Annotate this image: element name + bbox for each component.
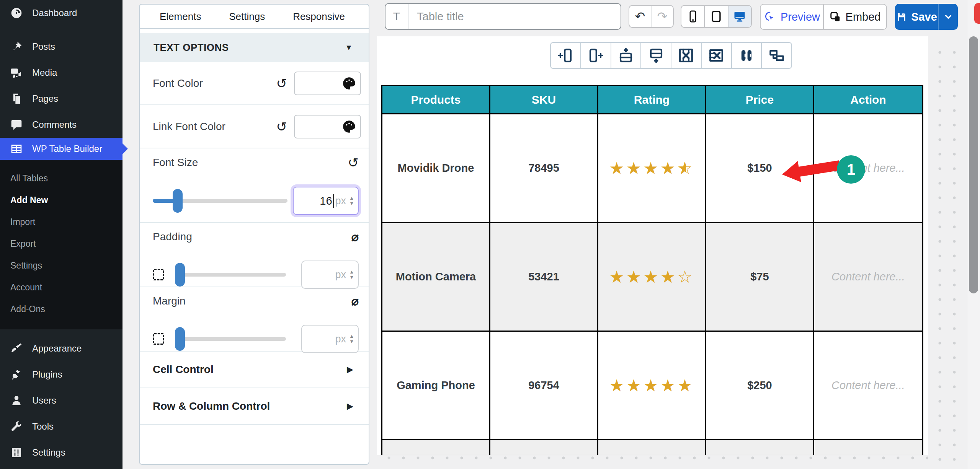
table-header-cell[interactable]: SKU (490, 86, 598, 114)
margin-input[interactable]: px ▲ ▼ (301, 325, 359, 353)
vertical-scrollbar[interactable] (967, 0, 980, 469)
submenu-item-import[interactable]: Import (0, 211, 122, 233)
table-cell-rating[interactable]: ★★★★☆★ (598, 114, 706, 223)
table-cell-product[interactable]: Motion Camera (382, 223, 490, 332)
sidebar-item-appearance[interactable]: Appearance (0, 335, 122, 362)
table-cell-product[interactable]: Gaming Phone (382, 332, 490, 440)
font-size-label: Font Size (153, 156, 198, 169)
sidebar-item-label: Comments (32, 119, 77, 130)
insert-row-below-button[interactable] (640, 43, 671, 68)
table-header-cell[interactable]: Action (814, 86, 922, 114)
scrollbar-thumb[interactable] (969, 36, 978, 293)
table-cell-action[interactable]: Content here... (814, 223, 922, 332)
cutoff-red-button[interactable] (974, 3, 980, 24)
delete-column-button[interactable] (671, 43, 701, 68)
dotted-background (928, 50, 966, 469)
unit-label: px (335, 333, 346, 345)
table-cell-rating[interactable]: ★★★★☆ (598, 223, 706, 332)
sidebar-item-plugins[interactable]: Plugins (0, 362, 122, 388)
submenu-item-settings[interactable]: Settings (0, 255, 122, 277)
font-color-swatch[interactable] (294, 72, 361, 95)
submenu-item-add-new[interactable]: Add New (0, 189, 122, 211)
sidebar-item-settings[interactable]: Settings (0, 440, 122, 466)
collapse-caret-icon[interactable]: ▼ (345, 43, 353, 52)
table-header-cell[interactable]: Rating (598, 86, 706, 114)
merge-cells-button[interactable] (731, 43, 761, 68)
table-title-input[interactable] (408, 4, 621, 29)
rating-stars: ★★★★☆★ (609, 160, 694, 177)
sidebar-item-posts[interactable]: Posts (0, 34, 122, 60)
reset-link-font-color-icon[interactable]: ↺ (276, 120, 287, 133)
table-cell-rating[interactable]: ★★★★★ (598, 332, 706, 440)
sidebar-item-comments[interactable]: Comments (0, 112, 122, 138)
sidebar-item-dashboard[interactable]: Dashboard (0, 2, 122, 24)
reset-font-color-icon[interactable]: ↺ (276, 77, 287, 90)
sidebar-item-media[interactable]: Media (0, 60, 122, 86)
table-cell-partial-row[interactable] (598, 440, 706, 455)
text-options-section-header[interactable]: TEXT OPTIONS ▼ (140, 33, 369, 62)
tablet-preview-button[interactable] (704, 6, 727, 27)
sidebar-item-tools[interactable]: Tools (0, 414, 122, 440)
table-cell-sku[interactable]: 53421 (490, 223, 598, 332)
sidebar-item-pages[interactable]: Pages (0, 86, 122, 112)
font-size-input[interactable]: 16 px ▲ ▼ (293, 187, 359, 215)
font-size-steppers[interactable]: ▲ ▼ (349, 196, 354, 206)
save-dropdown-button[interactable] (939, 12, 958, 22)
margin-sides-icon[interactable] (153, 333, 164, 345)
submenu-item-export[interactable]: Export (0, 233, 122, 255)
brush-icon (10, 342, 23, 355)
cell-control-accordion[interactable]: Cell Control ▶ (140, 352, 369, 388)
split-cells-button[interactable] (761, 43, 791, 68)
desktop-preview-button[interactable] (728, 6, 751, 27)
padding-sides-icon[interactable] (153, 269, 164, 280)
insert-column-left-button[interactable] (551, 43, 580, 68)
insert-row-above-button[interactable] (611, 43, 641, 68)
table-cell-partial-row[interactable] (814, 440, 922, 455)
submenu-item-add-ons[interactable]: Add-Ons (0, 298, 122, 320)
link-sides-icon[interactable]: ⌀ (351, 231, 359, 243)
tab-elements[interactable]: Elements (160, 11, 201, 23)
margin-slider[interactable] (175, 337, 286, 341)
sidebar-item-users[interactable]: Users (0, 388, 122, 414)
padding-steppers[interactable]: ▲ ▼ (349, 270, 354, 280)
embed-button[interactable]: Embed (824, 5, 886, 29)
table-cell-action[interactable]: Content here... (814, 332, 922, 440)
table-cell-partial-row[interactable] (382, 440, 490, 455)
table-cell-sku[interactable]: 78495 (490, 114, 598, 223)
row-column-control-accordion[interactable]: Row & Column Control ▶ (140, 388, 369, 425)
unit-label: px (335, 195, 346, 207)
table-cell-product[interactable]: Movidik Drone (382, 114, 490, 223)
padding-slider-handle[interactable] (175, 263, 185, 287)
margin-steppers[interactable]: ▲ ▼ (349, 334, 354, 344)
stepper-down-icon: ▼ (349, 340, 354, 344)
table-cell-partial-row[interactable] (490, 440, 598, 455)
tab-responsive[interactable]: Responsive (293, 11, 345, 23)
table-header-cell[interactable]: Price (706, 86, 814, 114)
mobile-preview-button[interactable] (681, 6, 704, 27)
title-prefix: T (385, 10, 408, 23)
sidebar-item-wp-table-builder[interactable]: WP Table Builder (0, 138, 122, 160)
font-size-slider-handle[interactable] (173, 189, 183, 213)
font-size-slider[interactable] (153, 199, 287, 203)
link-font-color-swatch[interactable] (294, 115, 361, 138)
link-sides-icon[interactable]: ⌀ (351, 295, 359, 307)
insert-column-right-button[interactable] (580, 43, 611, 68)
undo-button[interactable]: ↶ (629, 6, 652, 27)
redo-button[interactable]: ↷ (652, 6, 673, 27)
table-cell-price[interactable]: $75 (706, 223, 814, 332)
table-cell-sku[interactable]: 96754 (490, 332, 598, 440)
table-header-cell[interactable]: Products (382, 86, 490, 114)
tab-settings[interactable]: Settings (229, 11, 265, 23)
submenu-item-all-tables[interactable]: All Tables (0, 168, 122, 189)
submenu-item-account[interactable]: Account (0, 277, 122, 298)
reset-font-size-icon[interactable]: ↺ (348, 156, 359, 169)
delete-row-button[interactable] (701, 43, 731, 68)
table-cell-partial-row[interactable] (706, 440, 814, 455)
font-size-value: 16 (320, 195, 332, 207)
save-button[interactable]: Save (895, 11, 938, 23)
preview-button[interactable]: Preview (761, 5, 824, 29)
padding-input[interactable]: px ▲ ▼ (301, 261, 359, 289)
padding-slider[interactable] (175, 273, 286, 277)
margin-slider-handle[interactable] (175, 327, 185, 351)
table-cell-price[interactable]: $250 (706, 332, 814, 440)
